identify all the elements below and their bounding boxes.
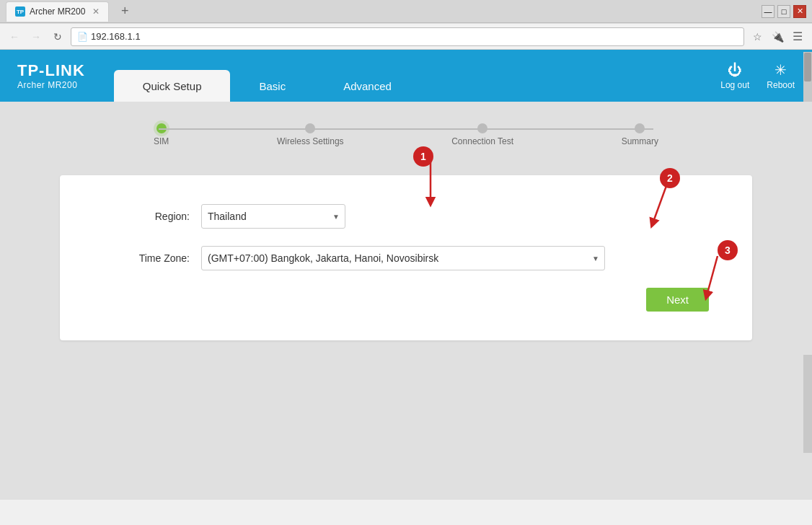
step-label-connection: Connection Test [451, 136, 513, 146]
button-row: Next [103, 288, 709, 312]
reload-button[interactable]: ↻ [49, 28, 66, 45]
nav-tabs: Quick Setup Basic Advanced [114, 50, 720, 102]
reboot-action[interactable]: ✳ Reboot [767, 61, 795, 90]
logout-label: Log out [720, 80, 749, 90]
step-label-summary: Summary [622, 136, 658, 146]
annotation-2-container: 2 [660, 168, 680, 188]
scrollbar-thumb[interactable] [804, 53, 811, 81]
nav-tab-basic[interactable]: Basic [230, 70, 314, 102]
bookmark-icon[interactable]: ☆ [749, 28, 766, 45]
nav-tab-quick-setup[interactable]: Quick Setup [114, 70, 231, 102]
svg-line-2 [707, 256, 718, 296]
address-bar[interactable]: 📄 192.168.1.1 [71, 27, 744, 46]
tab-favicon: TP [15, 6, 25, 17]
region-select-wrapper: Thailand United States United Kingdom [201, 204, 345, 229]
step-wireless: Wireless Settings [277, 123, 344, 146]
tab-close-button[interactable]: ✕ [92, 6, 100, 17]
step-connection-test: Connection Test [451, 123, 513, 146]
brand-logo: TP-LINK [17, 61, 85, 80]
step-label-wireless: Wireless Settings [277, 136, 344, 146]
annotation-1-container: 1 [413, 146, 433, 167]
reboot-icon: ✳ [775, 61, 787, 79]
tab-title: Archer MR200 [30, 6, 85, 17]
top-nav: TP-LINK Archer MR200 Quick Setup Basic A… [0, 50, 812, 102]
close-button[interactable]: ✕ [793, 5, 806, 18]
forward-button[interactable]: → [27, 28, 45, 45]
logout-action[interactable]: ⏻ Log out [720, 62, 749, 90]
menu-icon[interactable]: ☰ [789, 28, 806, 45]
timezone-select[interactable]: (GMT+07:00) Bangkok, Jakarta, Hanoi, Nov… [201, 246, 605, 270]
svg-line-1 [653, 184, 667, 224]
next-button[interactable]: Next [646, 288, 709, 312]
step-summary: Summary [622, 123, 658, 146]
window-controls: — □ ✕ [762, 5, 806, 18]
form-card: 1 2 3 [60, 175, 752, 340]
new-tab-button[interactable]: + [115, 1, 135, 22]
region-row: Region: Thailand United States United Ki… [103, 204, 709, 229]
logout-icon: ⏻ [728, 62, 742, 79]
browser-chrome: TP Archer MR200 ✕ + — □ ✕ ← → ↻ 📄 192.16… [0, 0, 812, 50]
steps-container: SIM Wireless Settings Connection Test Su… [154, 123, 658, 146]
timezone-select-wrapper: (GMT+07:00) Bangkok, Jakarta, Hanoi, Nov… [201, 246, 605, 270]
page-icon: 📄 [77, 32, 88, 42]
nav-actions: ⏻ Log out ✳ Reboot [720, 61, 795, 90]
main-area: SIM Wireless Settings Connection Test Su… [0, 102, 812, 355]
toolbar-icons: ☆ 🔌 ☰ [749, 28, 806, 45]
region-select[interactable]: Thailand United States United Kingdom [201, 204, 345, 229]
step-sim: SIM [154, 123, 169, 146]
timezone-row: Time Zone: (GMT+07:00) Bangkok, Jakarta,… [103, 246, 709, 270]
brand-model: Archer MR200 [17, 80, 85, 90]
brand: TP-LINK Archer MR200 [17, 61, 85, 90]
reboot-label: Reboot [767, 80, 795, 90]
nav-tab-advanced[interactable]: Advanced [314, 70, 420, 102]
address-text: 192.168.1.1 [91, 31, 141, 42]
address-bar-row: ← → ↻ 📄 192.168.1.1 ☆ 🔌 ☰ [0, 23, 812, 49]
minimize-button[interactable]: — [762, 5, 775, 18]
annotation-3-container: 3 [718, 240, 738, 260]
back-button[interactable]: ← [6, 28, 23, 45]
progress-steps: SIM Wireless Settings Connection Test Su… [118, 116, 694, 161]
title-bar: TP Archer MR200 ✕ + — □ ✕ [0, 0, 812, 23]
annotation-1-arrow [420, 162, 464, 213]
maximize-button[interactable]: □ [777, 5, 790, 18]
browser-tab[interactable]: TP Archer MR200 ✕ [6, 1, 109, 22]
timezone-label: Time Zone: [103, 252, 190, 264]
step-label-sim: SIM [154, 136, 169, 146]
extensions-icon[interactable]: 🔌 [769, 28, 786, 45]
annotation-2-arrow [645, 184, 689, 242]
annotation-3-arrow [703, 256, 746, 314]
page-content: TP-LINK Archer MR200 Quick Setup Basic A… [0, 50, 812, 500]
region-label: Region: [103, 211, 190, 222]
